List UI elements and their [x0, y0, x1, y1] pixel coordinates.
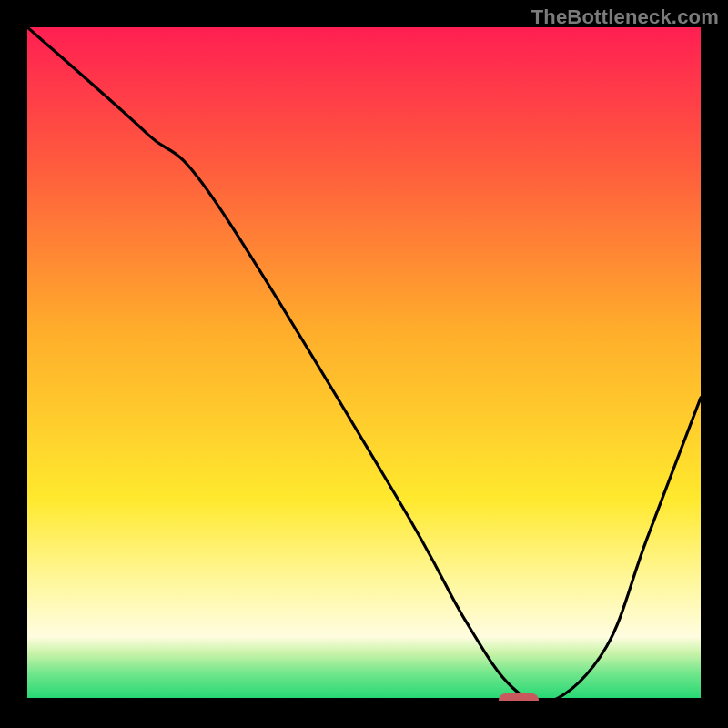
watermark-text: TheBottleneck.com: [531, 5, 719, 29]
chart-area: [27, 27, 701, 701]
frame: TheBottleneck.com: [0, 0, 728, 728]
optimal-marker: [499, 693, 539, 701]
chart-svg: [27, 27, 701, 701]
gradient-background: [27, 27, 701, 701]
